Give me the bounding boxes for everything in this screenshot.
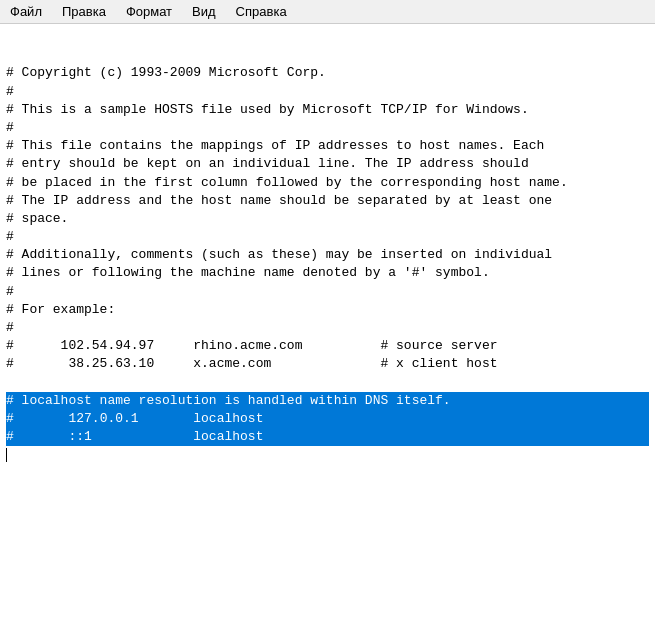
line-3: # xyxy=(6,119,649,137)
menu-item-view[interactable]: Вид xyxy=(186,2,222,21)
line-1: # xyxy=(6,83,649,101)
line-15: # 102.54.94.97 rhino.acme.com # source s… xyxy=(6,337,649,355)
line-9: # xyxy=(6,228,649,246)
line-13: # For example: xyxy=(6,301,649,319)
line-16: # 38.25.63.10 x.acme.com # x client host xyxy=(6,355,649,373)
menu-item-edit[interactable]: Правка xyxy=(56,2,112,21)
line-20: # ::1 localhost xyxy=(6,428,649,446)
line-7: # The IP address and the host name shoul… xyxy=(6,192,649,210)
cursor-line xyxy=(6,446,649,464)
menu-item-format[interactable]: Формат xyxy=(120,2,178,21)
line-2: # This is a sample HOSTS file used by Mi… xyxy=(6,101,649,119)
line-4: # This file contains the mappings of IP … xyxy=(6,137,649,155)
line-12: # xyxy=(6,283,649,301)
editor-content[interactable]: # Copyright (c) 1993-2009 Microsoft Corp… xyxy=(6,28,649,465)
line-10: # Additionally, comments (such as these)… xyxy=(6,246,649,264)
line-19: # 127.0.0.1 localhost xyxy=(6,410,649,428)
notepad-window: ФайлПравкаФорматВидСправка # Copyright (… xyxy=(0,0,655,641)
line-5: # entry should be kept on an individual … xyxy=(6,155,649,173)
menu-item-file[interactable]: Файл xyxy=(4,2,48,21)
editor-area[interactable]: # Copyright (c) 1993-2009 Microsoft Corp… xyxy=(0,24,655,641)
line-11: # lines or following the machine name de… xyxy=(6,264,649,282)
menubar: ФайлПравкаФорматВидСправка xyxy=(0,0,655,24)
line-14: # xyxy=(6,319,649,337)
line-6: # be placed in the first column followed… xyxy=(6,174,649,192)
line-17 xyxy=(6,374,649,392)
menu-item-help[interactable]: Справка xyxy=(230,2,293,21)
line-0: # Copyright (c) 1993-2009 Microsoft Corp… xyxy=(6,64,649,82)
line-8: # space. xyxy=(6,210,649,228)
line-18: # localhost name resolution is handled w… xyxy=(6,392,649,410)
